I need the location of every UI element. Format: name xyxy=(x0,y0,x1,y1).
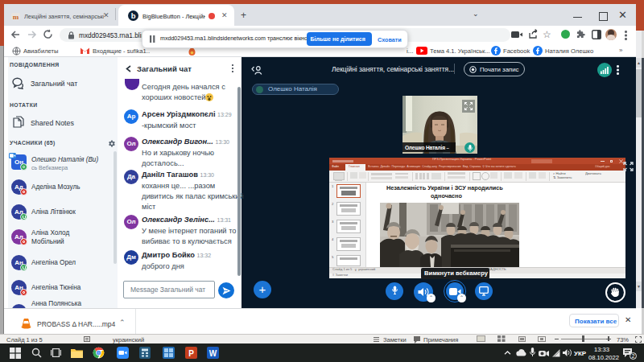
svg-text:W: W xyxy=(209,349,217,358)
svg-text:P: P xyxy=(188,349,194,358)
svg-text:b: b xyxy=(131,11,136,20)
svg-text:m: m xyxy=(13,13,19,21)
